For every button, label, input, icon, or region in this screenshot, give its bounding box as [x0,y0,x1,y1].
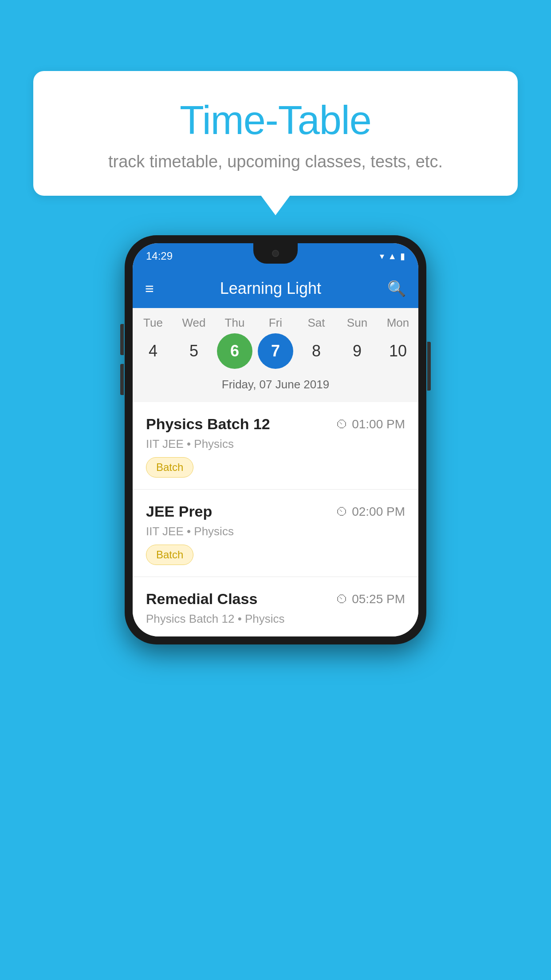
schedule-item-3-time-value: 05:25 PM [352,592,405,606]
app-bar: ≡ Learning Light 🔍 [133,269,418,308]
day-sun: Sun [339,316,375,330]
search-icon[interactable]: 🔍 [387,280,406,297]
volume-down-button [120,364,124,395]
speech-bubble-container: Time-Table track timetable, upcoming cla… [33,71,518,196]
schedule-item-3-subtitle: Physics Batch 12 • Physics [146,612,405,626]
schedule-container: Physics Batch 12 ⏲ 01:00 PM IIT JEE • Ph… [133,402,418,636]
date-9[interactable]: 9 [339,333,375,369]
clock-icon-1: ⏲ [336,417,348,431]
schedule-item-3-title: Remedial Class [146,590,257,608]
hamburger-menu-icon[interactable]: ≡ [145,280,154,297]
phone-mockup: 14:29 ▾ ▲ ▮ ≡ Learning Light 🔍 Tue Wed T… [125,235,426,644]
schedule-item-2-header: JEE Prep ⏲ 02:00 PM [146,503,405,520]
speech-bubble-subtitle: track timetable, upcoming classes, tests… [51,152,500,171]
schedule-item-1-header: Physics Batch 12 ⏲ 01:00 PM [146,415,405,433]
day-tue: Tue [135,316,171,330]
phone-notch [253,243,298,264]
front-camera [272,250,279,257]
day-fri: Fri [258,316,293,330]
battery-icon: ▮ [400,251,405,261]
schedule-item-1-time-value: 01:00 PM [352,417,405,431]
schedule-item-1-subtitle: IIT JEE • Physics [146,437,405,451]
day-sat: Sat [299,316,334,330]
calendar-strip: Tue Wed Thu Fri Sat Sun Mon 4 5 6 7 8 9 … [133,308,418,402]
schedule-item-2-time: ⏲ 02:00 PM [336,504,405,519]
date-8[interactable]: 8 [299,333,334,369]
schedule-item-2-time-value: 02:00 PM [352,505,405,519]
schedule-item-1-time: ⏲ 01:00 PM [336,417,405,431]
status-time: 14:29 [146,250,173,262]
date-4[interactable]: 4 [135,333,171,369]
selected-date-label: Friday, 07 June 2019 [133,375,418,398]
schedule-item-3-time: ⏲ 05:25 PM [336,592,405,606]
day-mon: Mon [380,316,416,330]
phone-screen: 14:29 ▾ ▲ ▮ ≡ Learning Light 🔍 Tue Wed T… [133,243,418,636]
day-thu: Thu [217,316,252,330]
wifi-icon: ▾ [380,251,384,261]
date-7-selected[interactable]: 7 [258,333,293,369]
schedule-item-2-title: JEE Prep [146,503,212,520]
phone-outer: 14:29 ▾ ▲ ▮ ≡ Learning Light 🔍 Tue Wed T… [125,235,426,644]
schedule-item-remedial[interactable]: Remedial Class ⏲ 05:25 PM Physics Batch … [133,577,418,636]
schedule-item-1-title: Physics Batch 12 [146,415,270,433]
schedule-item-2-subtitle: IIT JEE • Physics [146,525,405,538]
status-bar: 14:29 ▾ ▲ ▮ [133,243,418,269]
schedule-item-jee-prep[interactable]: JEE Prep ⏲ 02:00 PM IIT JEE • Physics Ba… [133,490,418,577]
schedule-item-physics-batch[interactable]: Physics Batch 12 ⏲ 01:00 PM IIT JEE • Ph… [133,402,418,490]
speech-bubble: Time-Table track timetable, upcoming cla… [33,71,518,196]
days-row: Tue Wed Thu Fri Sat Sun Mon [133,316,418,330]
power-button [427,342,431,391]
day-wed: Wed [176,316,212,330]
clock-icon-3: ⏲ [336,592,348,606]
signal-icon: ▲ [388,251,397,261]
schedule-item-1-badge: Batch [146,457,193,478]
date-6-today[interactable]: 6 [217,333,252,369]
speech-bubble-title: Time-Table [51,98,500,143]
clock-icon-2: ⏲ [336,504,348,519]
status-icons: ▾ ▲ ▮ [380,251,405,261]
date-5[interactable]: 5 [176,333,212,369]
app-bar-title: Learning Light [154,279,387,298]
dates-row: 4 5 6 7 8 9 10 [133,333,418,369]
volume-up-button [120,324,124,355]
date-10[interactable]: 10 [380,333,416,369]
schedule-item-3-header: Remedial Class ⏲ 05:25 PM [146,590,405,608]
schedule-item-2-badge: Batch [146,545,193,565]
